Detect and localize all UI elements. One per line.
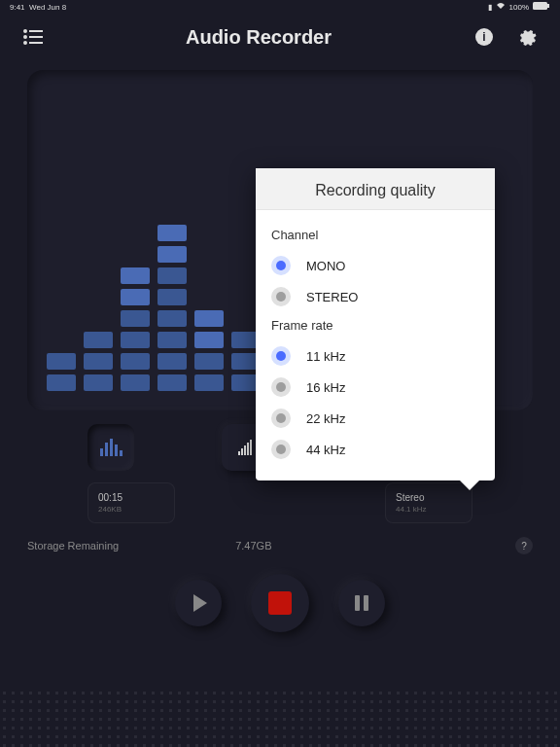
- radio-label: 22 kHz: [306, 411, 345, 426]
- rate-option[interactable]: 11 kHz: [271, 340, 479, 372]
- radio-label: 16 kHz: [306, 380, 345, 395]
- eq-column: [121, 267, 150, 391]
- rate-option[interactable]: 16 kHz: [271, 372, 479, 403]
- page-title: Audio Recorder: [45, 26, 472, 49]
- svg-point-2: [24, 30, 26, 32]
- radio-icon: [271, 440, 291, 459]
- signal-icon: [238, 440, 252, 455]
- menu-list-icon[interactable]: [21, 25, 45, 49]
- radio-label: 44 kHz: [306, 443, 345, 457]
- sample-rate: 44.1 kHz: [396, 505, 462, 514]
- wifi-icon: [496, 2, 506, 12]
- battery-icon: [533, 2, 550, 12]
- play-button[interactable]: [175, 580, 222, 626]
- storage-label: Storage Remaining: [27, 540, 119, 551]
- transport-controls: [0, 554, 560, 632]
- elapsed-time: 00:15: [98, 492, 164, 503]
- radio-icon: [271, 377, 291, 397]
- rate-option[interactable]: 44 kHz: [271, 434, 479, 465]
- record-stop-button[interactable]: [251, 574, 309, 632]
- gear-icon[interactable]: [515, 25, 539, 49]
- radio-label: 11 kHz: [306, 349, 345, 364]
- stop-icon: [268, 591, 292, 615]
- radio-label: STEREO: [306, 290, 358, 304]
- signal-icon: ▮: [488, 3, 492, 12]
- channel-option[interactable]: MONO: [271, 250, 479, 281]
- radio-icon: [271, 256, 291, 275]
- eq-icon: [100, 439, 122, 456]
- eq-view-button[interactable]: [88, 424, 134, 471]
- pause-icon: [355, 595, 368, 611]
- rate-section-label: Frame rate: [271, 318, 479, 333]
- eq-column: [194, 310, 224, 391]
- svg-point-4: [24, 36, 26, 38]
- battery-percent: 100%: [509, 3, 529, 12]
- eq-column: [47, 353, 76, 391]
- play-icon: [193, 594, 207, 612]
- storage-value: 7.47GB: [235, 540, 271, 551]
- file-size: 246KB: [98, 505, 164, 514]
- popup-title: Recording quality: [256, 168, 495, 210]
- channel-option[interactable]: STEREO: [271, 281, 479, 312]
- storage-row: Storage Remaining 7.47GB ?: [0, 523, 560, 554]
- eq-column: [84, 332, 113, 391]
- app-header: Audio Recorder i: [0, 14, 560, 60]
- radio-icon: [271, 409, 291, 428]
- help-button[interactable]: ?: [515, 537, 533, 554]
- status-bar: 9:41 Wed Jun 8 ▮ 100%: [0, 0, 560, 14]
- radio-icon: [271, 346, 291, 366]
- pause-button[interactable]: [338, 580, 385, 626]
- recording-quality-popup: Recording quality Channel MONOSTEREO Fra…: [256, 168, 495, 480]
- rate-option[interactable]: 22 kHz: [271, 403, 479, 434]
- svg-rect-0: [533, 2, 547, 10]
- channel-mode: Stereo: [396, 492, 462, 503]
- speaker-grille: [0, 689, 560, 747]
- channel-section-label: Channel: [271, 228, 479, 242]
- radio-icon: [271, 287, 291, 306]
- info-icon[interactable]: i: [472, 25, 496, 49]
- status-right: ▮ 100%: [488, 2, 550, 12]
- radio-label: MONO: [306, 259, 345, 273]
- svg-text:i: i: [482, 30, 485, 44]
- time-info-card[interactable]: 00:15 246KB: [88, 482, 175, 523]
- svg-point-6: [24, 42, 26, 44]
- svg-rect-1: [547, 4, 549, 8]
- eq-column: [158, 225, 187, 391]
- status-time: 9:41 Wed Jun 8: [10, 3, 66, 12]
